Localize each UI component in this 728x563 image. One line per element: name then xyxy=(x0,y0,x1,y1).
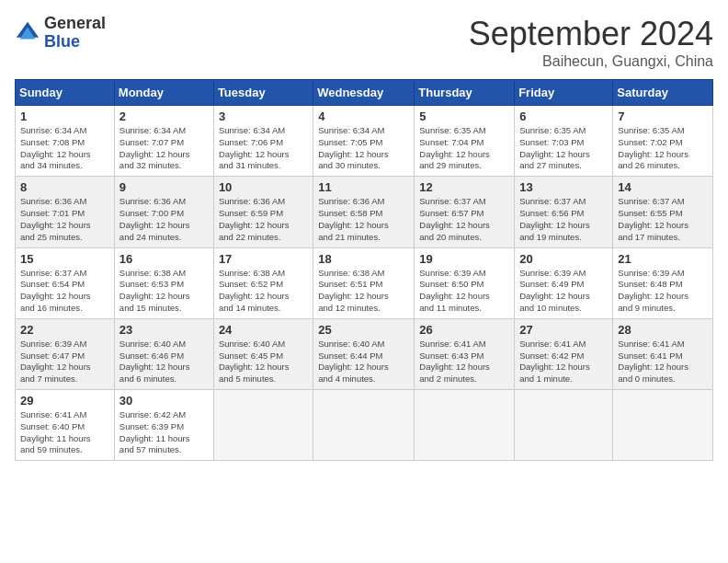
calendar-day-cell: 10Sunrise: 6:36 AM Sunset: 6:59 PM Dayli… xyxy=(213,177,313,247)
logo: General Blue xyxy=(15,15,106,52)
calendar-table: SundayMondayTuesdayWednesdayThursdayFrid… xyxy=(15,79,713,461)
day-info: Sunrise: 6:38 AM Sunset: 6:51 PM Dayligh… xyxy=(318,268,409,315)
day-info: Sunrise: 6:36 AM Sunset: 7:01 PM Dayligh… xyxy=(20,196,109,243)
calendar-day-cell: 6Sunrise: 6:35 AM Sunset: 7:03 PM Daylig… xyxy=(515,106,613,177)
calendar-day-cell: 4Sunrise: 6:34 AM Sunset: 7:05 PM Daylig… xyxy=(313,106,415,177)
calendar-day-cell: 5Sunrise: 6:35 AM Sunset: 7:04 PM Daylig… xyxy=(415,106,515,177)
day-number: 13 xyxy=(519,180,608,194)
day-number: 4 xyxy=(318,109,409,123)
day-number: 1 xyxy=(20,109,109,123)
day-number: 25 xyxy=(318,323,409,337)
day-info: Sunrise: 6:36 AM Sunset: 6:58 PM Dayligh… xyxy=(318,196,409,243)
day-info: Sunrise: 6:41 AM Sunset: 6:41 PM Dayligh… xyxy=(618,339,708,385)
calendar-day-cell: 11Sunrise: 6:36 AM Sunset: 6:58 PM Dayli… xyxy=(313,177,415,247)
day-info: Sunrise: 6:34 AM Sunset: 7:07 PM Dayligh… xyxy=(119,125,209,172)
logo-general-text: General xyxy=(44,15,106,33)
weekday-header-tuesday: Tuesday xyxy=(213,80,313,106)
calendar-day-cell: 3Sunrise: 6:34 AM Sunset: 7:06 PM Daylig… xyxy=(213,106,313,177)
day-info: Sunrise: 6:40 AM Sunset: 6:44 PM Dayligh… xyxy=(318,339,409,385)
weekday-header-monday: Monday xyxy=(114,80,213,106)
day-number: 5 xyxy=(419,109,509,123)
day-info: Sunrise: 6:39 AM Sunset: 6:48 PM Dayligh… xyxy=(618,268,708,315)
day-number: 16 xyxy=(119,252,209,266)
day-info: Sunrise: 6:35 AM Sunset: 7:02 PM Dayligh… xyxy=(618,125,708,172)
calendar-day-cell: 16Sunrise: 6:38 AM Sunset: 6:53 PM Dayli… xyxy=(114,247,213,318)
day-info: Sunrise: 6:34 AM Sunset: 7:06 PM Dayligh… xyxy=(219,125,308,172)
calendar-day-cell xyxy=(515,390,613,461)
logo-blue-text: Blue xyxy=(44,33,106,52)
title-block: September 2024 Baihecun, Guangxi, China xyxy=(469,15,713,70)
calendar-day-cell: 13Sunrise: 6:37 AM Sunset: 6:56 PM Dayli… xyxy=(515,177,613,247)
calendar-day-cell: 14Sunrise: 6:37 AM Sunset: 6:55 PM Dayli… xyxy=(613,177,713,247)
day-info: Sunrise: 6:37 AM Sunset: 6:57 PM Dayligh… xyxy=(419,196,509,243)
calendar-day-cell xyxy=(313,390,415,461)
day-number: 2 xyxy=(119,109,209,123)
calendar-day-cell: 21Sunrise: 6:39 AM Sunset: 6:48 PM Dayli… xyxy=(613,247,713,318)
day-number: 18 xyxy=(318,252,409,266)
weekday-header-thursday: Thursday xyxy=(415,80,515,106)
calendar-week-row: 15Sunrise: 6:37 AM Sunset: 6:54 PM Dayli… xyxy=(16,247,713,318)
day-number: 20 xyxy=(519,252,608,266)
day-number: 24 xyxy=(219,323,308,337)
page-header: General Blue September 2024 Baihecun, Gu… xyxy=(15,15,713,70)
day-number: 12 xyxy=(419,180,509,194)
calendar-location: Baihecun, Guangxi, China xyxy=(469,53,713,70)
calendar-day-cell xyxy=(613,390,713,461)
day-info: Sunrise: 6:39 AM Sunset: 6:50 PM Dayligh… xyxy=(419,268,509,315)
day-number: 22 xyxy=(20,323,109,337)
day-info: Sunrise: 6:41 AM Sunset: 6:42 PM Dayligh… xyxy=(519,339,608,385)
day-info: Sunrise: 6:36 AM Sunset: 7:00 PM Dayligh… xyxy=(119,196,209,243)
weekday-header-sunday: Sunday xyxy=(16,80,115,106)
day-number: 3 xyxy=(219,109,308,123)
day-number: 30 xyxy=(119,394,209,408)
day-info: Sunrise: 6:41 AM Sunset: 6:43 PM Dayligh… xyxy=(419,339,509,385)
calendar-week-row: 1Sunrise: 6:34 AM Sunset: 7:08 PM Daylig… xyxy=(16,106,713,177)
calendar-day-cell: 18Sunrise: 6:38 AM Sunset: 6:51 PM Dayli… xyxy=(313,247,415,318)
day-number: 14 xyxy=(618,180,708,194)
calendar-day-cell: 20Sunrise: 6:39 AM Sunset: 6:49 PM Dayli… xyxy=(515,247,613,318)
weekday-header-friday: Friday xyxy=(515,80,613,106)
day-number: 21 xyxy=(618,252,708,266)
logo-icon xyxy=(15,20,40,46)
weekday-header-saturday: Saturday xyxy=(613,80,713,106)
day-info: Sunrise: 6:42 AM Sunset: 6:39 PM Dayligh… xyxy=(119,409,209,456)
day-info: Sunrise: 6:37 AM Sunset: 6:55 PM Dayligh… xyxy=(618,196,708,243)
calendar-day-cell: 9Sunrise: 6:36 AM Sunset: 7:00 PM Daylig… xyxy=(114,177,213,247)
day-info: Sunrise: 6:39 AM Sunset: 6:47 PM Dayligh… xyxy=(20,339,109,385)
calendar-day-cell: 7Sunrise: 6:35 AM Sunset: 7:02 PM Daylig… xyxy=(613,106,713,177)
calendar-day-cell: 1Sunrise: 6:34 AM Sunset: 7:08 PM Daylig… xyxy=(16,106,115,177)
day-number: 17 xyxy=(219,252,308,266)
day-info: Sunrise: 6:35 AM Sunset: 7:04 PM Dayligh… xyxy=(419,125,509,172)
calendar-day-cell: 2Sunrise: 6:34 AM Sunset: 7:07 PM Daylig… xyxy=(114,106,213,177)
day-info: Sunrise: 6:36 AM Sunset: 6:59 PM Dayligh… xyxy=(219,196,308,243)
calendar-week-row: 29Sunrise: 6:41 AM Sunset: 6:40 PM Dayli… xyxy=(16,390,713,461)
day-info: Sunrise: 6:38 AM Sunset: 6:53 PM Dayligh… xyxy=(119,268,209,315)
calendar-day-cell: 26Sunrise: 6:41 AM Sunset: 6:43 PM Dayli… xyxy=(415,318,515,389)
day-info: Sunrise: 6:34 AM Sunset: 7:08 PM Dayligh… xyxy=(20,125,109,172)
calendar-day-cell: 24Sunrise: 6:40 AM Sunset: 6:45 PM Dayli… xyxy=(213,318,313,389)
day-info: Sunrise: 6:39 AM Sunset: 6:49 PM Dayligh… xyxy=(519,268,608,315)
day-number: 26 xyxy=(419,323,509,337)
calendar-day-cell: 17Sunrise: 6:38 AM Sunset: 6:52 PM Dayli… xyxy=(213,247,313,318)
calendar-day-cell: 12Sunrise: 6:37 AM Sunset: 6:57 PM Dayli… xyxy=(415,177,515,247)
day-number: 10 xyxy=(219,180,308,194)
calendar-week-row: 22Sunrise: 6:39 AM Sunset: 6:47 PM Dayli… xyxy=(16,318,713,389)
day-info: Sunrise: 6:34 AM Sunset: 7:05 PM Dayligh… xyxy=(318,125,409,172)
calendar-day-cell: 8Sunrise: 6:36 AM Sunset: 7:01 PM Daylig… xyxy=(16,177,115,247)
calendar-day-cell: 29Sunrise: 6:41 AM Sunset: 6:40 PM Dayli… xyxy=(16,390,115,461)
day-number: 15 xyxy=(20,252,109,266)
day-number: 28 xyxy=(618,323,708,337)
day-number: 19 xyxy=(419,252,509,266)
day-number: 23 xyxy=(119,323,209,337)
calendar-day-cell xyxy=(415,390,515,461)
calendar-day-cell: 28Sunrise: 6:41 AM Sunset: 6:41 PM Dayli… xyxy=(613,318,713,389)
calendar-day-cell: 27Sunrise: 6:41 AM Sunset: 6:42 PM Dayli… xyxy=(515,318,613,389)
calendar-day-cell xyxy=(213,390,313,461)
day-info: Sunrise: 6:40 AM Sunset: 6:45 PM Dayligh… xyxy=(219,339,308,385)
calendar-day-cell: 25Sunrise: 6:40 AM Sunset: 6:44 PM Dayli… xyxy=(313,318,415,389)
day-number: 9 xyxy=(119,180,209,194)
calendar-title: September 2024 xyxy=(469,15,713,53)
day-info: Sunrise: 6:41 AM Sunset: 6:40 PM Dayligh… xyxy=(20,409,109,456)
calendar-day-cell: 19Sunrise: 6:39 AM Sunset: 6:50 PM Dayli… xyxy=(415,247,515,318)
weekday-header-wednesday: Wednesday xyxy=(313,80,415,106)
